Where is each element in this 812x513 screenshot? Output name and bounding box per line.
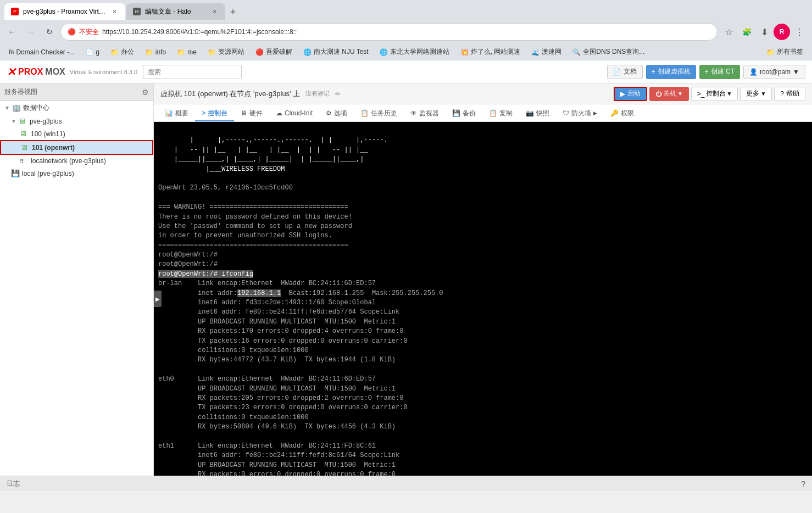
bookmark-icon-zhalem: 💥 (460, 48, 469, 56)
doc-icon: 📄 (613, 68, 621, 76)
shutdown-arrow-icon: ▼ (677, 91, 683, 97)
profile-button[interactable]: R (774, 24, 790, 40)
summary-icon: 📊 (165, 109, 173, 117)
url-display: https://10.10.254.249:8006/#v1:0:=qemu%2… (102, 28, 710, 36)
console-icon: >_ (697, 90, 705, 98)
nav-cloudinit[interactable]: ☁ Cloud-Init (269, 106, 319, 121)
sidebar-header: 服务器视图 ⚙ (0, 83, 153, 101)
extensions-button[interactable]: 🧩 (738, 24, 755, 40)
bookmark-folder-office: 📁 (110, 48, 119, 56)
bookmark-dns[interactable]: 🔍 全国DNS DNS查询... (568, 46, 649, 58)
bookmark-info[interactable]: 📁 info (141, 46, 170, 58)
security-icon: 🔴 (68, 28, 76, 36)
browser-tab-active[interactable]: P pve-g3plus - Proxmox Virtua... ✕ (4, 3, 125, 20)
pve-sidebar: 服务器视图 ⚙ ▼ 🏢 数据中心 ▼ 🖥 pve-g3plus 🖥 100 (w… (0, 83, 154, 476)
bookmark-more[interactable]: 📁 所有书签 (762, 46, 808, 58)
nav-snapshot[interactable]: 📷 快照 (519, 106, 556, 121)
sidebar-item-local[interactable]: 💾 local (pve-g3plus) (0, 167, 153, 180)
expand-left-arrow[interactable]: ▶ (154, 291, 162, 307)
bookmark-resources[interactable]: 📁 资源网站 (203, 46, 249, 58)
bookmark-icon-g: 📄 (86, 48, 93, 55)
nav-monitor[interactable]: 👁 监视器 (404, 106, 446, 121)
nav-permissions[interactable]: 🔑 权限 (604, 106, 641, 121)
bookmark-domain-checker[interactable]: fn Domain Checker -... (4, 46, 79, 58)
new-tab-button[interactable]: + (225, 4, 241, 20)
forward-button[interactable]: → (23, 24, 38, 40)
pve-search-input[interactable] (143, 65, 242, 79)
help-icon: ? (780, 90, 784, 98)
cloudinit-icon: ☁ (276, 109, 282, 117)
sidebar-item-localnetwork[interactable]: ⠿ localnetwork (pve-g3plus) (0, 155, 153, 167)
pve-logo: ✕ PROXMOX Virtual Environment 8.3.0 (7, 65, 137, 79)
tab-favicon-2: H (133, 8, 141, 15)
taskhistory-icon: 📋 (360, 109, 369, 117)
pve-create-vm-button[interactable]: + 创建虚拟机 (646, 65, 696, 79)
back-button[interactable]: ← (4, 24, 20, 40)
shutdown-button[interactable]: ⏻ 关机 ▼ (649, 87, 689, 101)
pve-create-ct-button[interactable]: + 创建 CT (699, 65, 740, 79)
bookmark-nju[interactable]: 🌐 南大测速 NJU Test (299, 46, 373, 58)
bookmark-g[interactable]: 📄 g (81, 46, 104, 58)
user-dropdown-icon: ▼ (793, 68, 799, 76)
bookmark-star-button[interactable]: ☆ (721, 24, 737, 40)
bookmark-me[interactable]: 📁 me (173, 46, 201, 58)
browser-toolbar: ☆ 🧩 ⬇ R ⋮ (721, 24, 808, 40)
sidebar-item-datacenter[interactable]: ▼ 🏢 数据中心 (0, 101, 153, 115)
nav-backup[interactable]: 💾 备份 (446, 106, 482, 121)
reload-button[interactable]: ↻ (42, 24, 57, 40)
start-icon: ▶ (620, 90, 625, 98)
backup-icon: 💾 (452, 109, 460, 117)
pve-doc-button[interactable]: 📄 文档 (607, 65, 643, 79)
local-icon: 💾 (11, 169, 20, 177)
pve-logo-prox-text: PROX (18, 67, 43, 77)
firewall-arrow-icon: ▶ (593, 110, 597, 116)
sidebar-gear-icon[interactable]: ⚙ (142, 88, 149, 97)
nav-console[interactable]: > 控制台 (195, 106, 234, 121)
console-button[interactable]: >_ 控制台 ▼ (691, 87, 738, 101)
terminal-output[interactable]: | |,-----.,------.,------. | | |,-----. … (154, 122, 812, 476)
sidebar-item-pve-g3plus[interactable]: ▼ 🖥 pve-g3plus (0, 115, 153, 127)
sidebar-item-vm-100[interactable]: 🖥 100 (win11) (0, 127, 153, 140)
tab-close-2[interactable]: ✕ (210, 7, 219, 16)
console-arrow-icon: ▼ (727, 91, 732, 97)
hardware-icon: 🖥 (241, 109, 247, 117)
download-button[interactable]: ⬇ (756, 24, 772, 40)
address-bar[interactable]: 🔴 不安全 https://10.10.254.249:8006/#v1:0:=… (60, 23, 718, 41)
security-label: 不安全 (79, 27, 99, 37)
pve-user-button[interactable]: 👤 root@pam ▼ (743, 65, 805, 79)
sidebar-item-vm-101[interactable]: 🖥 101 (openwrt) (0, 140, 153, 155)
bookmark-aosuwang[interactable]: 🌊 澳速网 (527, 46, 566, 58)
bookmark-neu[interactable]: 🌐 东北大学网络测速站 (375, 46, 454, 58)
more-button[interactable]: 更多 ▼ (740, 87, 772, 101)
pve-logo-mox-text: MOX (45, 67, 65, 77)
bookmark-folder-me: 📁 (177, 48, 185, 56)
vm-101-icon: 🖥 (21, 143, 30, 152)
footer-help-icon[interactable]: ? (801, 479, 805, 488)
bookmark-office[interactable]: 📁 办公 (106, 46, 138, 58)
help-button[interactable]: ? 帮助 (774, 87, 805, 101)
datacenter-icon: 🏢 (12, 104, 21, 112)
nav-firewall[interactable]: 🛡 防火墙 ▶ (556, 106, 604, 121)
expand-icon-pve: ▼ (11, 118, 18, 124)
tag-edit-icon[interactable]: ✏ (335, 90, 341, 98)
bookmark-zhalem[interactable]: 💥 炸了么, 网站测速 (456, 46, 525, 58)
start-button[interactable]: ▶ 启动 (614, 87, 647, 101)
bookmark-52pojie[interactable]: 🔴 吾爱破解 (251, 46, 297, 58)
more-arrow-icon: ▼ (760, 91, 766, 97)
vm-100-icon: 🖥 (20, 130, 29, 138)
bookmark-icon-neu: 🌐 (380, 48, 388, 56)
menu-button[interactable]: ⋮ (791, 24, 808, 40)
bookmark-icon-fn: fn (9, 49, 14, 55)
nav-replicate[interactable]: 📋 复制 (482, 106, 519, 121)
bookmark-icon-52pojie: 🔴 (255, 48, 264, 56)
bookmarks-bar: fn Domain Checker -... 📄 g 📁 办公 📁 info 📁… (0, 44, 812, 60)
nav-taskhistory[interactable]: 📋 任务历史 (354, 106, 404, 121)
browser-tab-inactive[interactable]: H 编辑文章 - Halo ✕ (126, 3, 225, 20)
create-ct-icon: + (705, 68, 709, 76)
tab-close-1[interactable]: ✕ (110, 7, 119, 16)
nav-hardware[interactable]: 🖥 硬件 (234, 106, 269, 121)
bookmark-icon-nju: 🌐 (303, 48, 312, 56)
nav-summary[interactable]: 📊 概要 (158, 106, 195, 121)
datacenter-label: 数据中心 (23, 103, 49, 113)
nav-options[interactable]: ⚙ 选项 (319, 106, 354, 121)
